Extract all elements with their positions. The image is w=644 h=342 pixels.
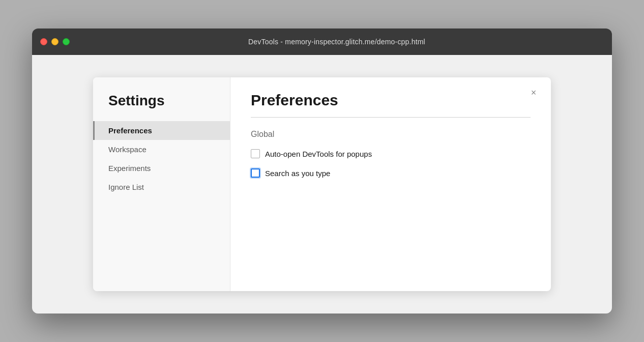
search-as-you-type-label[interactable]: Search as you type: [265, 169, 330, 178]
sidebar-item-workspace[interactable]: Workspace: [93, 140, 230, 159]
browser-window: DevTools - memory-inspector.glitch.me/de…: [32, 28, 612, 314]
auto-open-checkbox[interactable]: [251, 149, 260, 158]
global-label: Global: [251, 130, 531, 139]
sidebar-item-preferences[interactable]: Preferences: [93, 121, 230, 140]
sidebar-item-ignore-list[interactable]: Ignore List: [93, 178, 230, 196]
maximize-traffic-light[interactable]: [63, 38, 70, 45]
browser-content: Settings Preferences Workspace Experimen…: [32, 55, 612, 314]
sidebar-item-experiments[interactable]: Experiments: [93, 159, 230, 178]
title-bar: DevTools - memory-inspector.glitch.me/de…: [32, 28, 612, 55]
close-button[interactable]: ×: [526, 86, 541, 100]
search-as-you-type-checkbox[interactable]: [251, 168, 260, 178]
section-divider: [251, 117, 531, 118]
option-row-auto-open: Auto-open DevTools for popups: [251, 149, 531, 158]
settings-dialog: Settings Preferences Workspace Experimen…: [93, 77, 551, 291]
settings-title: Settings: [93, 93, 230, 121]
auto-open-label[interactable]: Auto-open DevTools for popups: [265, 150, 372, 158]
settings-sidebar: Settings Preferences Workspace Experimen…: [93, 77, 230, 291]
sidebar-nav: Preferences Workspace Experiments Ignore…: [93, 121, 230, 196]
close-traffic-light[interactable]: [40, 38, 47, 45]
window-title: DevTools - memory-inspector.glitch.me/de…: [70, 38, 604, 46]
option-row-search-as-you-type: Search as you type: [251, 168, 531, 178]
section-title: Preferences: [251, 92, 531, 109]
traffic-lights: [40, 38, 70, 45]
main-content: × Preferences Global Auto-open DevTools …: [230, 77, 551, 291]
minimize-traffic-light[interactable]: [51, 38, 58, 45]
